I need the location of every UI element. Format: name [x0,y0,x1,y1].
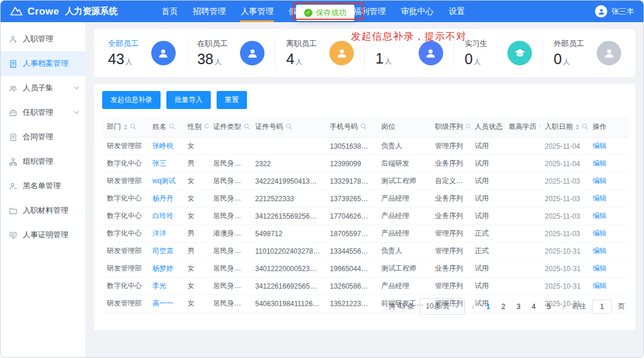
table-cell: 2025-11-03 [540,208,588,225]
page-number-button[interactable]: 5 [542,301,555,312]
column-header: 证件号码 [250,117,325,138]
search-icon[interactable] [244,124,250,130]
edit-link[interactable]: 编辑 [593,159,607,167]
nav-item[interactable]: 设置 [441,1,472,22]
search-icon[interactable] [204,124,208,130]
table-cell: 2025-11-03 [540,173,588,190]
search-icon[interactable] [466,124,470,130]
column-header: 职级序列 [430,117,470,138]
table-cell: 女 [183,138,208,155]
table-cell: 管理序列 [430,243,470,260]
prev-page-button[interactable]: ‹ [471,301,476,311]
app-window: Crowe 人力资源系统 首页招聘管理人事管理假勤管理薪酬福利管理审批中心设置 … [0,0,644,358]
table-cell: 测试工程师 [377,260,430,278]
batch-import-button[interactable]: 批量导入 [166,91,211,109]
table-cell: 编辑 [588,190,628,208]
column-header: 性别 [183,117,208,138]
edit-link[interactable]: 编辑 [593,212,607,220]
employee-name-link[interactable]: 司空震 [152,247,173,255]
search-icon[interactable] [169,124,176,130]
stat-value: 1 [375,50,384,66]
table-cell [208,138,250,155]
nav-item[interactable]: 人事管理 [233,1,281,22]
page-number-button[interactable]: 4 [527,301,540,312]
sidebar-item[interactable]: 合同管理 [1,125,85,149]
edit-link[interactable]: 编辑 [593,264,607,272]
nav-item[interactable]: 招聘管理 [185,1,233,22]
search-icon[interactable] [582,124,588,130]
sidebar-item[interactable]: 组织管理 [1,149,85,174]
page-number-button[interactable]: 2 [497,301,510,312]
page-number-button[interactable]: 3 [512,301,525,312]
search-icon[interactable] [361,124,367,130]
nav-item[interactable]: 审批中心 [393,1,441,22]
initiate-supplement-button[interactable]: 发起信息补录 [102,91,161,109]
employee-name-link[interactable]: 李光 [152,282,166,290]
sidebar-item[interactable]: 人员子集 [1,76,85,100]
nav-item[interactable]: 首页 [154,1,185,22]
sidebar-item[interactable]: 入职材料管理 [1,198,85,223]
edit-link[interactable]: 编辑 [593,194,607,202]
table-cell: 340122200005230189 [250,260,325,278]
table-cell: 司空震 [148,243,183,260]
employee-name-link[interactable]: 洋洋 [152,229,166,237]
table-cell: 试用 [470,173,504,190]
page-number-button[interactable]: 1 [482,301,495,312]
search-icon[interactable] [539,124,540,130]
table-cell: 负责人 [377,243,430,260]
table-cell: 男 [183,155,208,173]
sort-icon[interactable] [124,124,127,130]
edit-link[interactable]: 编辑 [593,247,607,255]
table-cell: 李光 [148,278,183,295]
column-header-content: 岗位 [381,122,426,132]
sidebar-item[interactable]: 任职管理 [1,100,85,125]
table-cell: 编辑 [588,260,628,278]
table-cell [504,225,540,243]
employee-table: 部门姓名性别证件类型证件号码手机号码岗位职级序列人员状态最高学历入职日期操作 研… [102,117,628,313]
page-jump-input[interactable] [592,300,612,314]
table-cell: 341226166925652335 [250,278,325,295]
edit-link[interactable]: 编辑 [593,142,607,150]
table-cell: 杨梦婷 [148,260,183,278]
sidebar-item-label: 人员子集 [23,83,69,93]
stat-value: 0 [554,51,562,67]
table-cell: 自定义序列 [430,173,470,190]
sidebar-item[interactable]: 黑名单管理 [1,174,85,198]
stat-card: 1人 [365,37,454,69]
table-cell: 13051638611 [325,138,377,155]
column-header: 岗位 [377,117,430,138]
sidebar-item-label: 任职管理 [23,107,69,118]
reset-button[interactable]: 重置 [217,91,247,109]
employee-name-link[interactable]: 张峥税 [152,142,173,150]
table-row: 研发管理部杨梦婷女居民身份证34012220000523018919965044… [102,260,628,278]
sidebar-item[interactable]: 人事档案管理 [1,51,85,76]
employee-name-link[interactable]: 杨梦婷 [152,264,173,272]
column-header-content: 证件号码 [255,122,321,132]
table-cell: 试用 [470,138,504,155]
table-cell: 研发管理部 [102,138,148,155]
table-cell: 2322 [250,155,325,173]
next-page-button[interactable]: › [561,301,566,311]
employee-name-link[interactable]: wq测试 [152,177,175,185]
toast-text: 保存成功 [316,8,346,18]
stat-value-row: 0人 [554,51,584,68]
employee-name-link[interactable]: 白玲玲 [152,212,173,220]
table-row: 数字化中心张三男居民身份证232212399099后端研发业务序列试用2025-… [102,155,628,173]
employee-name-link[interactable]: 张三 [152,159,166,167]
page-size-select[interactable]: 10条/页 [420,298,465,315]
stat-card: 实习生0人 [454,37,544,69]
search-icon[interactable] [286,124,293,130]
column-label: 证件类型 [213,122,241,132]
sidebar-item[interactable]: 人事证明管理 [1,223,85,247]
logo-mountain-icon [10,5,23,18]
sort-icon[interactable] [576,124,579,130]
edit-link[interactable]: 编辑 [593,282,607,290]
employee-name-link[interactable]: 杨丹丹 [152,194,173,202]
employee-name-link[interactable]: 高一一 [152,299,173,307]
search-icon[interactable] [130,124,137,130]
edit-link[interactable]: 编辑 [593,229,607,237]
edit-link[interactable]: 编辑 [593,177,607,185]
user-menu[interactable]: 张三丰 [595,5,634,17]
table-row: 数字化中心白玲玲女居民身份证34122615569256322517704626… [102,208,628,225]
sidebar-item[interactable]: 入职管理 [1,27,85,51]
